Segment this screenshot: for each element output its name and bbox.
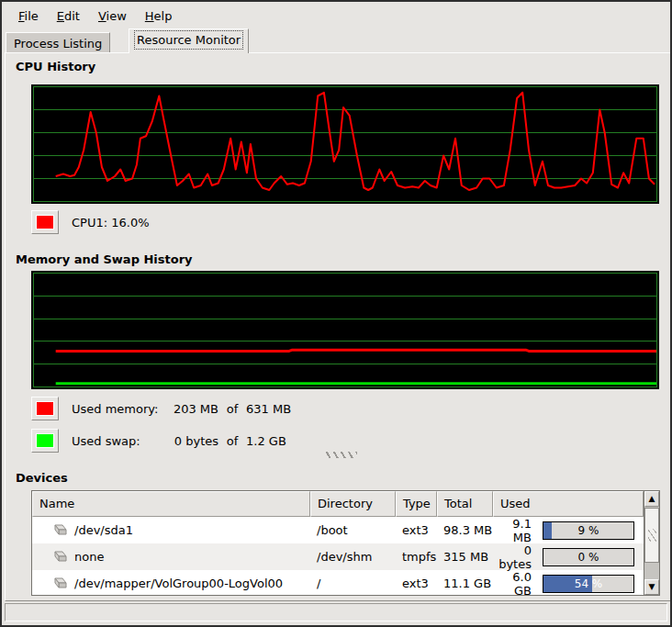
- legend-total: 631 MB: [246, 402, 291, 416]
- usage-percent-label: 9 %: [543, 524, 633, 537]
- menu-file[interactable]: File: [9, 6, 48, 26]
- device-type: tmpfs: [396, 550, 437, 564]
- menu-view[interactable]: View: [89, 6, 136, 26]
- tab-process-listing[interactable]: Process Listing: [6, 32, 110, 53]
- usage-percent-label: 0 %: [543, 551, 633, 564]
- device-name-text: none: [74, 550, 104, 564]
- usage-percent-label: 54 %: [543, 577, 633, 590]
- cpu1-color-swatch: [36, 215, 54, 230]
- scroll-down-button[interactable]: ▼: [644, 579, 659, 595]
- device-total: 98.3 MB: [437, 523, 493, 537]
- tab-label: Resource Monitor: [137, 33, 241, 47]
- device-used-cell: 6.0 GB54 %: [493, 570, 644, 596]
- cpu-legend: CPU1: 16.0%: [31, 210, 150, 234]
- scrollbar-grip-icon: [648, 529, 656, 542]
- device-name-text: /dev/sda1: [74, 523, 133, 537]
- cpu1-color-button[interactable]: [31, 210, 59, 234]
- cpu1-legend-label: CPU1: 16.0%: [72, 216, 150, 230]
- swap-color-swatch: [36, 433, 54, 448]
- device-total: 315 MB: [437, 550, 493, 564]
- device-total: 11.1 GB: [437, 577, 493, 590]
- legend-total: 1.2 GB: [246, 434, 286, 448]
- device-name: /dev/mapper/VolGroup00-LogVol00: [32, 577, 310, 590]
- legend-text: Used memory:203 MBof631 MB: [72, 402, 291, 416]
- system-monitor-window: FileEditViewHelp Process ListingResource…: [0, 0, 672, 627]
- swap-color-button[interactable]: [31, 429, 59, 453]
- disk-icon: [52, 551, 68, 563]
- device-name: none: [32, 550, 310, 564]
- usage-progressbar: 54 %: [543, 575, 634, 593]
- devices-table: NameDirectoryTypeTotalUsed /dev/sda1/boo…: [31, 490, 660, 596]
- legend-text: Used swap:0 bytesof1.2 GB: [72, 434, 286, 448]
- device-name-text: /dev/mapper/VolGroup00-LogVol00: [74, 577, 283, 590]
- scrollbar-thumb[interactable]: [644, 508, 659, 563]
- device-directory: /boot: [310, 523, 396, 537]
- device-row[interactable]: /dev/sda1/bootext398.3 MB9.1 MB9 %: [32, 517, 644, 543]
- device-type: ext3: [396, 577, 437, 590]
- menu-edit[interactable]: Edit: [48, 6, 89, 26]
- tab-resource-monitor[interactable]: Resource Monitor: [129, 28, 249, 53]
- column-header-total[interactable]: Total: [437, 491, 493, 517]
- legend-value: 203 MB: [166, 402, 218, 416]
- used-swap-legend: Used swap:0 bytesof1.2 GB: [31, 429, 286, 453]
- device-used-value: 6.0 GB: [497, 570, 532, 596]
- device-directory: /dev/shm: [310, 550, 396, 564]
- devices-table-body: /dev/sda1/bootext398.3 MB9.1 MB9 %none/d…: [32, 517, 644, 595]
- cpu-history-chart: [31, 84, 659, 204]
- column-header-type[interactable]: Type: [396, 491, 437, 517]
- pane-resize-grip[interactable]: [326, 452, 357, 458]
- devices-scrollbar[interactable]: ▲ ▼: [644, 491, 659, 595]
- usage-progressbar: 0 %: [543, 548, 634, 566]
- legend-label: Used swap:: [72, 434, 166, 448]
- usage-progressbar: 9 %: [543, 521, 634, 540]
- device-row[interactable]: none/dev/shmtmpfs315 MB0 bytes0 %: [32, 543, 644, 570]
- menu-help[interactable]: Help: [136, 6, 182, 26]
- tab-label: Process Listing: [14, 37, 102, 50]
- legend-value: 0 bytes: [166, 434, 218, 448]
- devices-table-header: NameDirectoryTypeTotalUsed: [32, 491, 644, 517]
- column-header-name[interactable]: Name: [32, 491, 310, 517]
- device-directory: /: [310, 577, 396, 590]
- status-bar: [5, 603, 667, 621]
- column-header-used[interactable]: Used: [493, 491, 644, 517]
- legend-label: Used memory:: [72, 402, 166, 416]
- tab-strip: Process ListingResource Monitor: [4, 28, 668, 53]
- disk-icon: [52, 524, 68, 536]
- memory-swap-history-chart: [31, 271, 659, 389]
- device-used-cell: 9.1 MB9 %: [493, 517, 644, 544]
- menubar: FileEditViewHelp: [4, 4, 668, 28]
- used-memory-legend: Used memory:203 MBof631 MB: [31, 397, 291, 420]
- device-used-cell: 0 bytes0 %: [493, 543, 644, 571]
- devices-title: Devices: [16, 471, 68, 485]
- legend-of: of: [218, 434, 246, 448]
- disk-icon: [52, 577, 68, 589]
- memory-history-title: Memory and Swap History: [16, 252, 193, 266]
- legend-of: of: [218, 402, 246, 416]
- device-name: /dev/sda1: [32, 523, 310, 537]
- memory-color-swatch: [36, 401, 54, 416]
- device-used-value: 9.1 MB: [497, 517, 532, 544]
- memory-color-button[interactable]: [31, 397, 59, 420]
- device-type: ext3: [396, 523, 437, 537]
- column-header-directory[interactable]: Directory: [310, 491, 396, 517]
- resource-monitor-page: CPU History CPU1: 16.0% Memory and Swap …: [5, 52, 671, 601]
- scroll-up-button[interactable]: ▲: [644, 491, 659, 507]
- device-used-value: 0 bytes: [497, 543, 532, 571]
- cpu-history-title: CPU History: [16, 60, 95, 73]
- device-row[interactable]: /dev/mapper/VolGroup00-LogVol00/ext311.1…: [32, 570, 644, 595]
